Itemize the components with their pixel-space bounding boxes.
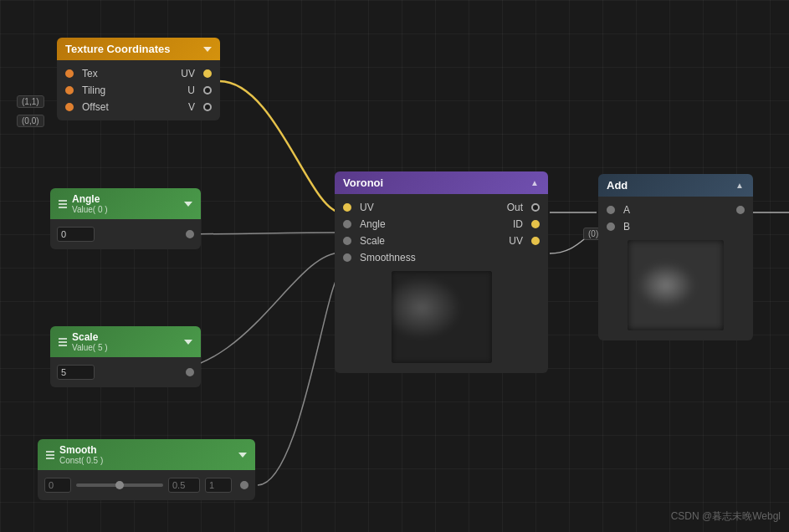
- node-add-title: Add: [607, 179, 628, 192]
- label-voronoi-uv-out: UV: [509, 235, 523, 247]
- collapse-smooth-icon[interactable]: [238, 453, 247, 458]
- smooth-min-input[interactable]: [44, 478, 71, 493]
- angle-input-row: [50, 224, 201, 244]
- socket-tex-in[interactable]: [65, 69, 74, 78]
- node-scale-title: Scale: [72, 331, 179, 343]
- socket-scale-out[interactable]: [186, 368, 194, 376]
- voronoi-row-uv: UV Out: [335, 199, 548, 216]
- label-voronoi-out: Out: [507, 202, 523, 213]
- add-row-a: A: [598, 202, 753, 218]
- socket-add-b-in[interactable]: [607, 223, 615, 231]
- socket-add-out[interactable]: [736, 206, 745, 214]
- scale-lines-icon: [59, 338, 67, 346]
- socket-tiling-in[interactable]: [65, 86, 74, 95]
- node-add: Add ▲ A B: [598, 174, 753, 340]
- voronoi-row-smoothness: Smoothness: [335, 249, 548, 266]
- node-voronoi: Voronoi ▲ UV Out Angle ID: [335, 171, 548, 373]
- label-add-a: A: [623, 204, 630, 216]
- collapse-scale-icon[interactable]: [184, 340, 192, 345]
- socket-voronoi-uv-in[interactable]: [343, 203, 351, 212]
- node-texcoord-body: Tex UV Tiling U Offset V: [57, 60, 220, 120]
- smooth-mid-input[interactable]: [168, 478, 200, 493]
- smooth-slider-row: [38, 475, 255, 495]
- scale-value-input[interactable]: [57, 365, 95, 380]
- node-angle-header[interactable]: Angle Value( 0 ): [50, 188, 201, 219]
- label-uv-out: UV: [181, 68, 195, 79]
- socket-voronoi-smooth-in[interactable]: [343, 253, 351, 262]
- socket-voronoi-uv-out[interactable]: [531, 237, 540, 245]
- label-voronoi-uv: UV: [360, 202, 374, 213]
- socket-voronoi-scale-in[interactable]: [343, 237, 351, 245]
- add-row-b: B: [598, 218, 753, 235]
- add-canvas: [628, 240, 724, 330]
- smooth-max-input[interactable]: [205, 478, 232, 493]
- label-add-b: B: [623, 221, 630, 233]
- label-tex: Tex: [82, 68, 98, 79]
- socket-u-out[interactable]: [203, 86, 212, 95]
- socket-voronoi-out[interactable]: [531, 203, 540, 212]
- node-angle-body: [50, 219, 201, 249]
- node-smooth-header[interactable]: Smooth Const( 0.5 ): [38, 439, 255, 470]
- label-u-out: U: [187, 84, 195, 96]
- node-add-header[interactable]: Add ▲: [598, 174, 753, 197]
- node-voronoi-body: UV Out Angle ID Scale UV: [335, 194, 548, 373]
- socket-v-out[interactable]: [203, 103, 212, 111]
- node-smooth-title: Smooth: [59, 444, 233, 456]
- label-voronoi-scale: Scale: [360, 235, 385, 247]
- node-row-tiling: Tiling U: [57, 82, 220, 99]
- socket-offset-in[interactable]: [65, 103, 74, 111]
- socket-add-a-in[interactable]: [607, 206, 615, 214]
- collapse-icon[interactable]: [203, 47, 212, 52]
- scale-input-row: [50, 362, 201, 382]
- node-angle-subtitle: Value( 0 ): [72, 205, 179, 214]
- socket-voronoi-angle-in[interactable]: [343, 220, 351, 228]
- node-texcoord-header[interactable]: Texture Coordinates: [57, 38, 220, 60]
- collapse-voronoi-icon[interactable]: ▲: [530, 178, 540, 188]
- node-scale: Scale Value( 5 ): [50, 326, 201, 387]
- collapse-add-icon[interactable]: ▲: [735, 181, 745, 191]
- badge-tiling-value: (1,1): [17, 95, 44, 108]
- voronoi-preview: [392, 271, 492, 363]
- lines-icon: [59, 200, 67, 208]
- angle-value-input[interactable]: [57, 227, 95, 242]
- node-texcoord-title: Texture Coordinates: [65, 43, 170, 55]
- voronoi-row-scale: Scale UV: [335, 233, 548, 249]
- node-voronoi-title: Voronoi: [343, 176, 383, 189]
- node-angle: Angle Value( 0 ): [50, 188, 201, 249]
- node-row-offset: Offset V: [57, 99, 220, 115]
- node-smooth-body: [38, 470, 255, 500]
- node-texture-coordinates: Texture Coordinates Tex UV Tiling U: [57, 38, 220, 120]
- collapse-angle-icon[interactable]: [184, 202, 192, 207]
- voronoi-row-angle: Angle ID: [335, 216, 548, 233]
- node-smooth-subtitle: Const( 0.5 ): [59, 456, 233, 465]
- node-row-tex: Tex UV: [57, 65, 220, 82]
- node-angle-title: Angle: [72, 193, 179, 205]
- add-preview: [628, 240, 724, 330]
- node-scale-body: [50, 357, 201, 387]
- label-voronoi-id: ID: [513, 218, 523, 230]
- watermark: CSDN @暮志未晚Webgl: [671, 509, 781, 524]
- voronoi-canvas: [392, 271, 492, 363]
- label-voronoi-smooth: Smoothness: [360, 252, 416, 263]
- node-voronoi-header[interactable]: Voronoi ▲: [335, 171, 548, 194]
- node-scale-header[interactable]: Scale Value( 5 ): [50, 326, 201, 357]
- socket-smooth-out[interactable]: [240, 481, 248, 489]
- label-tiling: Tiling: [82, 84, 105, 96]
- node-add-body: A B: [598, 197, 753, 340]
- socket-uv-out[interactable]: [203, 69, 212, 78]
- label-voronoi-angle: Angle: [360, 218, 386, 230]
- socket-voronoi-id-out[interactable]: [531, 220, 540, 228]
- node-smooth: Smooth Const( 0.5 ): [38, 439, 255, 500]
- smooth-slider[interactable]: [76, 483, 163, 487]
- node-scale-subtitle: Value( 5 ): [72, 343, 179, 352]
- socket-angle-out[interactable]: [186, 230, 194, 238]
- smooth-lines-icon: [46, 451, 54, 459]
- label-offset: Offset: [82, 101, 109, 113]
- label-v-out: V: [188, 101, 195, 113]
- badge-offset-value: (0,0): [17, 115, 44, 127]
